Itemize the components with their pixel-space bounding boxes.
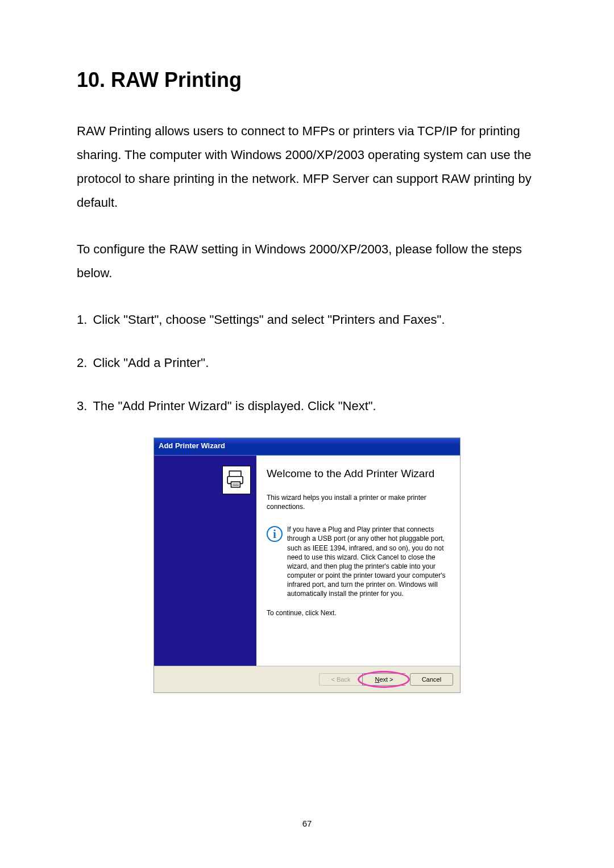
section-heading: 10. RAW Printing: [77, 68, 537, 92]
step-item: 3The "Add Printer Wizard" is displayed. …: [77, 394, 537, 418]
page-number: 67: [0, 819, 614, 828]
wizard-footer: < Back Next > Cancel: [154, 666, 460, 692]
paragraph-intro: RAW Printing allows users to connect to …: [77, 119, 537, 215]
wizard-info-text: If you have a Plug and Play printer that…: [287, 525, 452, 599]
printer-icon: [222, 466, 251, 494]
step-item: 1Click "Start", choose "Settings" and se…: [77, 308, 537, 332]
wizard-sidebar: [154, 456, 256, 666]
wizard-info-row: i If you have a Plug and Play printer th…: [267, 525, 452, 599]
cancel-button[interactable]: Cancel: [410, 673, 453, 686]
wizard-body: Welcome to the Add Printer Wizard This w…: [154, 455, 460, 666]
wizard-heading: Welcome to the Add Printer Wizard: [267, 467, 452, 481]
paragraph-instruction: To configure the RAW setting in Windows …: [77, 237, 537, 285]
step-text: The "Add Printer Wizard" is displayed. C…: [93, 399, 376, 413]
wizard-titlebar: Add Printer Wizard: [154, 438, 460, 455]
next-button[interactable]: Next >: [362, 673, 405, 686]
step-number: 3: [77, 399, 87, 413]
wizard-description: This wizard helps you install a printer …: [267, 493, 452, 511]
info-icon: i: [267, 526, 283, 542]
step-text: Click "Start", choose "Settings" and sel…: [93, 312, 445, 327]
step-number: 1: [77, 312, 87, 327]
svg-rect-2: [231, 482, 240, 487]
wizard-continue-text: To continue, click Next.: [267, 609, 452, 617]
step-text: Click "Add a Printer".: [93, 356, 209, 370]
wizard-title: Add Printer Wizard: [159, 441, 225, 450]
step-item: 2Click "Add a Printer".: [77, 351, 537, 375]
steps-list: 1Click "Start", choose "Settings" and se…: [77, 308, 537, 418]
wizard-main: Welcome to the Add Printer Wizard This w…: [256, 456, 460, 666]
step-number: 2: [77, 356, 87, 370]
add-printer-wizard-dialog: Add Printer Wizard Welcome to the Add Pr…: [154, 437, 460, 693]
back-button: < Back: [319, 673, 362, 686]
